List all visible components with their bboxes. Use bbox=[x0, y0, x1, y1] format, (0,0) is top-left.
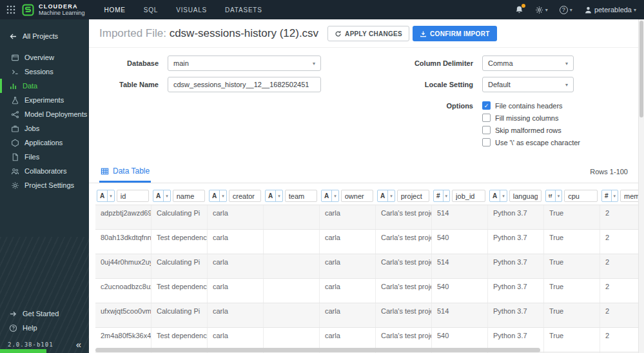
table-cell: carla bbox=[320, 279, 376, 303]
sidebar-footer: Get StartedHelp bbox=[0, 307, 89, 335]
column-type-selector[interactable]: A▾ bbox=[153, 190, 171, 202]
chevron-down-icon: ▾ bbox=[565, 82, 568, 88]
sidebar-item-overview[interactable]: Overview bbox=[0, 50, 89, 65]
checkbox-unchecked-icon[interactable] bbox=[482, 126, 491, 134]
sidebar-item-files[interactable]: Files bbox=[0, 150, 89, 164]
tab-data-table[interactable]: Data Table bbox=[99, 163, 151, 183]
sidebar-item-jobs[interactable]: Jobs bbox=[0, 121, 89, 136]
table-cell: 2 bbox=[600, 328, 644, 352]
option-use-as-escape-character[interactable]: Use '\' as escape character bbox=[482, 138, 580, 146]
rows-range-label: Rows 1-100 bbox=[590, 168, 628, 183]
column-header-owner: A▾ bbox=[320, 190, 376, 202]
column-type-selector[interactable]: tf▾ bbox=[545, 190, 562, 202]
table-cell: True bbox=[544, 254, 600, 278]
column-name-input[interactable] bbox=[285, 190, 317, 202]
column-name-input[interactable] bbox=[341, 190, 373, 202]
confirm-import-button[interactable]: CONFIRM IMPORT bbox=[413, 26, 497, 41]
sidebar-footer-get-started[interactable]: Get Started bbox=[0, 307, 89, 321]
sidebar-item-label: Files bbox=[24, 153, 39, 161]
column-type-selector[interactable]: A▾ bbox=[321, 190, 339, 202]
column-name-input[interactable] bbox=[117, 190, 149, 202]
column-type-selector[interactable]: A▾ bbox=[97, 190, 115, 202]
column-header-cpu: tf▾ bbox=[544, 190, 600, 202]
column-type-selector[interactable]: A▾ bbox=[209, 190, 227, 202]
sidebar-item-model-deployments[interactable]: Model Deployments bbox=[0, 107, 89, 121]
column-type-selector[interactable]: A▾ bbox=[377, 190, 395, 202]
column-type-glyph: A bbox=[210, 190, 219, 201]
sidebar-item-experiments[interactable]: Experiments bbox=[0, 93, 89, 107]
horizontal-scrollbar[interactable] bbox=[95, 348, 540, 352]
column-header-language: A▾ bbox=[488, 190, 544, 202]
column-delimiter-select[interactable]: Comma ▾ bbox=[482, 55, 574, 71]
column-type-selector[interactable]: A▾ bbox=[265, 190, 283, 202]
notifications-button[interactable] bbox=[515, 5, 523, 14]
vertical-scrollbar[interactable] bbox=[638, 19, 644, 353]
apply-changes-button[interactable]: APPLY CHANGES bbox=[327, 26, 409, 41]
column-name-input[interactable] bbox=[564, 190, 598, 202]
sidebar-item-sessions[interactable]: Sessions bbox=[0, 65, 89, 79]
checkbox-unchecked-icon[interactable] bbox=[482, 138, 491, 146]
table-cell: 2 bbox=[600, 205, 644, 229]
app-grid-icon[interactable] bbox=[6, 5, 15, 14]
option-file-contains-headers[interactable]: ✓File contains headers bbox=[482, 101, 580, 110]
topbar: CLOUDERA Machine Learning HOMESQLVISUALS… bbox=[0, 0, 644, 19]
table-row: ufxwjqt5coo0vmu1Calculating Picarlacarla… bbox=[95, 303, 638, 327]
table-cell: carla bbox=[320, 205, 376, 229]
help-menu-button[interactable]: ? ▾ bbox=[560, 6, 572, 14]
table-cell: 514 bbox=[432, 205, 488, 229]
sidebar-item-collaborators[interactable]: Collaborators bbox=[0, 164, 89, 178]
table-cell: Test dependency 1 bbox=[151, 279, 208, 303]
table-cell: Calculating Pi bbox=[151, 254, 208, 278]
column-type-selector[interactable]: A▾ bbox=[489, 190, 507, 202]
all-projects-back-link[interactable]: All Projects bbox=[0, 28, 89, 44]
option-skip-malformed-rows[interactable]: Skip malformed rows bbox=[482, 126, 580, 134]
model-deployments-icon bbox=[11, 110, 19, 119]
chevron-down-icon: ▾ bbox=[387, 190, 395, 201]
option-fill-missing-columns[interactable]: Fill missing columns bbox=[482, 114, 580, 122]
sidebar-nav: OverviewSessionsDataExperimentsModel Dep… bbox=[0, 50, 89, 192]
table-cell: True bbox=[544, 328, 600, 352]
column-header-project: A▾ bbox=[376, 190, 432, 202]
chevron-down-icon: ▾ bbox=[331, 190, 338, 201]
table-cell: True bbox=[544, 230, 600, 254]
column-name-input[interactable] bbox=[229, 190, 261, 202]
jobs-icon bbox=[11, 125, 19, 133]
table-cell: 2 bbox=[600, 279, 644, 303]
database-select[interactable]: main ▾ bbox=[168, 55, 321, 71]
locale-setting-select[interactable]: Default ▾ bbox=[482, 77, 574, 92]
column-name-input[interactable] bbox=[397, 190, 429, 202]
column-name-input[interactable] bbox=[173, 190, 205, 202]
sidebar-footer-help[interactable]: Help bbox=[0, 321, 89, 335]
collapse-sidebar-icon[interactable]: « bbox=[76, 339, 81, 349]
nav-item-sql[interactable]: SQL bbox=[144, 6, 158, 14]
table-name-input[interactable] bbox=[168, 77, 321, 92]
user-menu-button[interactable]: peterableda ▾ bbox=[584, 6, 636, 14]
sidebar-item-applications[interactable]: Applications bbox=[0, 136, 89, 150]
get-started-icon bbox=[9, 310, 17, 318]
sidebar-item-project-settings[interactable]: Project Settings bbox=[0, 178, 89, 192]
column-type-selector[interactable]: #▾ bbox=[601, 190, 618, 202]
title-prefix: Imported File: bbox=[99, 27, 170, 39]
column-name-input[interactable] bbox=[452, 190, 485, 202]
settings-menu-button[interactable]: ▾ bbox=[535, 6, 548, 14]
table-cell: carla bbox=[320, 303, 376, 327]
sidebar-item-data[interactable]: Data bbox=[0, 79, 89, 93]
nav-item-home[interactable]: HOME bbox=[104, 6, 126, 14]
column-type-selector[interactable]: #▾ bbox=[433, 190, 450, 202]
imported-file-name: cdsw-sessions-history (12).csv bbox=[170, 27, 318, 39]
vertical-scrollbar-thumb[interactable] bbox=[639, 21, 643, 117]
checkbox-unchecked-icon[interactable] bbox=[482, 114, 491, 122]
nav-item-datasets[interactable]: DATASETS bbox=[225, 6, 262, 14]
gear-icon bbox=[535, 6, 543, 14]
checkbox-checked-icon[interactable]: ✓ bbox=[482, 101, 491, 110]
logo-text: CLOUDERA Machine Learning bbox=[39, 3, 85, 17]
table-cell: Test dependency 1 bbox=[151, 230, 208, 254]
chevron-down-icon: ▾ bbox=[555, 190, 562, 201]
column-header-name: A▾ bbox=[151, 190, 208, 202]
column-type-glyph: A bbox=[97, 190, 107, 201]
sidebar-footer-label: Get Started bbox=[23, 310, 59, 318]
nav-item-visuals[interactable]: VISUALS bbox=[176, 6, 207, 14]
column-name-input[interactable] bbox=[509, 190, 542, 202]
topbar-right: ▾ ? ▾ peterableda ▾ bbox=[515, 5, 636, 14]
cloudera-ml-logo[interactable]: CLOUDERA Machine Learning bbox=[22, 3, 85, 17]
